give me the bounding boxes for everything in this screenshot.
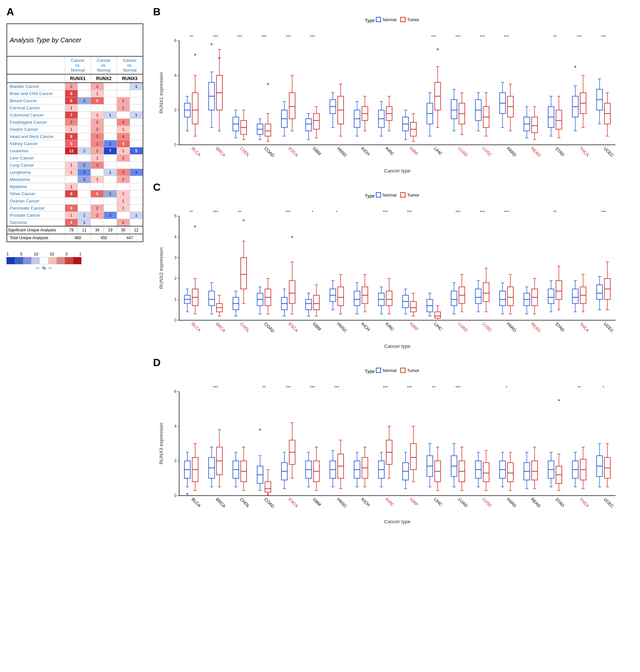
footer-sig-val: 34	[91, 226, 104, 234]
svg-rect-85	[313, 114, 319, 129]
heatmap-cell	[130, 126, 143, 133]
heatmap-cell	[130, 104, 143, 111]
svg-text:***: ***	[383, 210, 388, 214]
svg-text:***: ***	[286, 210, 291, 214]
svg-text:GBM: GBM	[312, 146, 322, 156]
heatmap-cell: 2	[78, 162, 91, 169]
svg-text:***: ***	[456, 210, 461, 214]
heatmap-cell: 2	[117, 219, 130, 226]
svg-rect-421	[435, 312, 441, 318]
svg-text:4: 4	[174, 234, 176, 239]
chart-d-legend-label: Type	[365, 369, 376, 374]
svg-rect-307	[209, 291, 215, 305]
heatmap-cell: 1	[117, 205, 130, 212]
chart-b-legend-tumor: Tumor	[400, 17, 419, 22]
section-c-label: C	[153, 182, 634, 192]
heatmap-cell: 1	[78, 219, 91, 226]
heatmap-cell: 1	[78, 212, 91, 219]
svg-text:***: ***	[601, 210, 606, 214]
svg-text:RUNX2 expression: RUNX2 expression	[158, 247, 164, 289]
heatmap-cell	[130, 90, 143, 97]
heatmap-cell	[130, 190, 143, 197]
table-row: Leukemia1212715	[7, 147, 143, 154]
legend-arrow-left: ←	[35, 265, 41, 271]
heatmap-table-wrapper: Analysis Type by Cancer Cancervs.Normal …	[6, 24, 143, 242]
svg-text:HNSC: HNSC	[336, 322, 348, 333]
table-row: Ovarian Cancer1	[7, 197, 143, 205]
svg-text:PARD: PARD	[506, 146, 517, 158]
chart-b-svg: 0246RUNX1 expressionCancer typeBLCABRCAC…	[153, 25, 634, 175]
svg-text:BLCA: BLCA	[191, 497, 202, 508]
heatmap-cell: 1	[91, 176, 104, 183]
footer-total-val: 447	[117, 234, 143, 241]
svg-text:BLCA: BLCA	[191, 322, 202, 333]
right-panel: B Type Normal Tumor 0246RUNX1 expression…	[153, 6, 634, 666]
svg-text:2: 2	[174, 276, 176, 281]
heatmap-cell: 6	[65, 205, 78, 212]
svg-text:RUNX3 expression: RUNX3 expression	[158, 423, 164, 464]
legend-label-5b: 5	[20, 252, 23, 256]
svg-text:***: ***	[480, 210, 485, 214]
heatmap-cell: 2	[117, 154, 130, 162]
heatmap-cell	[117, 183, 130, 190]
svg-text:0: 0	[174, 493, 176, 498]
table-row: Other Cancer8521	[7, 190, 143, 197]
svg-rect-355	[306, 299, 311, 310]
section-d-label: D	[153, 357, 634, 368]
table-row: Sarcoma612	[7, 219, 143, 226]
heatmap-cell: 7	[104, 147, 117, 154]
svg-text:***: ***	[286, 34, 291, 39]
svg-text:*: *	[336, 210, 337, 214]
heatmap-cell: 2	[91, 83, 104, 90]
chart-d-section: D Type Normal Tumor 0246RUNX3 expression…	[153, 357, 634, 526]
table-title: Analysis Type by Cancer	[7, 24, 143, 57]
cancer-name: Brain and CNS Cancer	[7, 90, 65, 97]
footer-total-row: Total Unique Analyses460450447	[7, 234, 143, 241]
svg-text:1: 1	[174, 297, 176, 302]
heatmap-cell	[104, 219, 117, 226]
heatmap-cell	[117, 90, 130, 97]
svg-text:LUAD: LUAD	[457, 322, 469, 333]
cancer-name: Colorectal Cancer	[7, 111, 65, 119]
svg-text:LUAD: LUAD	[457, 146, 469, 158]
heatmap-cell: 1	[91, 111, 104, 119]
heatmap-cell	[78, 90, 91, 97]
chart-c-section: C Type Normal Tumor 012345RUNX2 expressi…	[153, 182, 634, 351]
heatmap-cell: 6	[91, 97, 104, 104]
heatmap-cell	[130, 205, 143, 212]
cancer-name: Head and Neck Cancer	[7, 133, 65, 140]
heatmap-cell	[130, 154, 143, 162]
heatmap-cell: 3	[117, 169, 130, 176]
heatmap-cell	[130, 140, 143, 147]
footer-sig-val: 11	[78, 226, 91, 234]
heatmap-cell: 2	[91, 126, 104, 133]
svg-text:*: *	[312, 210, 313, 214]
svg-text:KIRC: KIRC	[385, 146, 395, 157]
footer-total-val: 450	[91, 234, 117, 241]
heatmap-cell: 5	[130, 147, 143, 154]
svg-text:Cancer type: Cancer type	[384, 168, 411, 174]
heatmap-cell	[104, 183, 117, 190]
svg-text:ESCA: ESCA	[288, 497, 299, 509]
svg-text:CHOL: CHOL	[239, 497, 251, 509]
heatmap-cell	[130, 97, 143, 104]
svg-text:6: 6	[174, 389, 176, 394]
cancer-name: Leukemia	[7, 147, 65, 154]
svg-text:THCA: THCA	[579, 322, 590, 333]
svg-point-266	[219, 57, 220, 59]
svg-text:Cancer type: Cancer type	[384, 519, 411, 524]
svg-text:UCEC: UCEC	[603, 497, 615, 509]
svg-text:5: 5	[174, 213, 176, 218]
heatmap-cell: 2	[65, 83, 78, 90]
svg-rect-193	[532, 117, 537, 133]
heatmap-cell: 1	[117, 197, 130, 205]
heatmap-cell	[65, 154, 78, 162]
svg-point-805	[259, 429, 261, 431]
svg-rect-373	[338, 287, 344, 306]
svg-text:RUNX1 expression: RUNX1 expression	[158, 72, 164, 114]
heatmap-cell	[104, 162, 117, 169]
svg-text:CHOL: CHOL	[239, 146, 251, 158]
table-row: Melanoma212	[7, 176, 143, 183]
heatmap-cell	[117, 111, 130, 119]
svg-text:BRCA: BRCA	[215, 146, 227, 158]
